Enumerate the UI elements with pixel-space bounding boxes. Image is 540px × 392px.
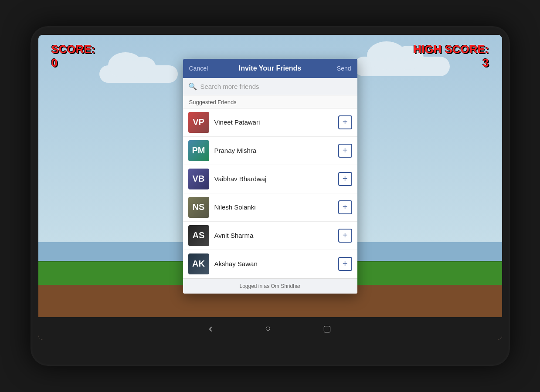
avatar-image: AS (188, 225, 209, 246)
add-friend-button[interactable]: + (338, 172, 352, 186)
logged-in-text: Logged in as Om Shridhar (239, 283, 300, 289)
tablet-device: SCORE: 0 HIGH SCORE: 3 Cancel Invite You… (31, 26, 510, 366)
list-item: AS Avnit Sharma + (183, 222, 357, 250)
avatar-image: NS (188, 197, 209, 218)
dialog-footer: Logged in as Om Shridhar (183, 278, 357, 294)
list-item: VP Vineet Patawari + (183, 108, 357, 137)
friend-name: Vaibhav Bhardwaj (214, 175, 333, 182)
avatar: AK (188, 253, 209, 274)
avatar: VP (188, 112, 209, 133)
dialog-overlay: Cancel Invite Your Friends Send 🔍 Sugges… (38, 35, 502, 317)
avatar-image: AK (188, 253, 209, 274)
cancel-button[interactable]: Cancel (189, 65, 211, 72)
avatar: VB (188, 169, 209, 189)
send-button[interactable]: Send (329, 65, 351, 72)
avatar-image: VB (188, 169, 209, 189)
add-friend-button[interactable]: + (338, 144, 352, 158)
search-input[interactable] (200, 83, 352, 90)
navigation-bar (38, 317, 502, 340)
avatar: NS (188, 197, 209, 218)
friend-name: Akshay Sawan (214, 260, 333, 267)
avatar: AS (188, 225, 209, 246)
friend-name: Avnit Sharma (214, 232, 333, 239)
add-friend-button[interactable]: + (338, 115, 352, 129)
tablet-screen: SCORE: 0 HIGH SCORE: 3 Cancel Invite You… (38, 35, 502, 340)
suggested-friends-label: Suggested Friends (183, 95, 357, 108)
list-item: AK Akshay Sawan + (183, 250, 357, 278)
search-bar: 🔍 (183, 78, 357, 95)
add-friend-button[interactable]: + (338, 257, 352, 271)
search-icon: 🔍 (188, 82, 197, 91)
add-friend-button[interactable]: + (338, 229, 352, 243)
avatar-image: PM (188, 140, 209, 161)
avatar-image: VP (188, 112, 209, 133)
friend-name: Pranay Mishra (214, 147, 333, 154)
list-item: PM Pranay Mishra + (183, 137, 357, 165)
list-item: VB Vaibhav Bhardwaj + (183, 165, 357, 193)
home-button[interactable] (265, 323, 271, 334)
dialog-title: Invite Your Friends (211, 64, 329, 72)
list-item: NS Nilesh Solanki + (183, 193, 357, 222)
friend-name: Vineet Patawari (214, 118, 333, 126)
dialog-header: Cancel Invite Your Friends Send (183, 59, 357, 78)
avatar: PM (188, 140, 209, 161)
friends-list: VP Vineet Patawari + PM Pranay Mishra + (183, 108, 357, 278)
recents-button[interactable] (323, 323, 331, 334)
friend-name: Nilesh Solanki (214, 203, 333, 211)
invite-friends-dialog: Cancel Invite Your Friends Send 🔍 Sugges… (183, 59, 357, 294)
add-friend-button[interactable]: + (338, 200, 352, 214)
back-button[interactable] (209, 321, 213, 335)
